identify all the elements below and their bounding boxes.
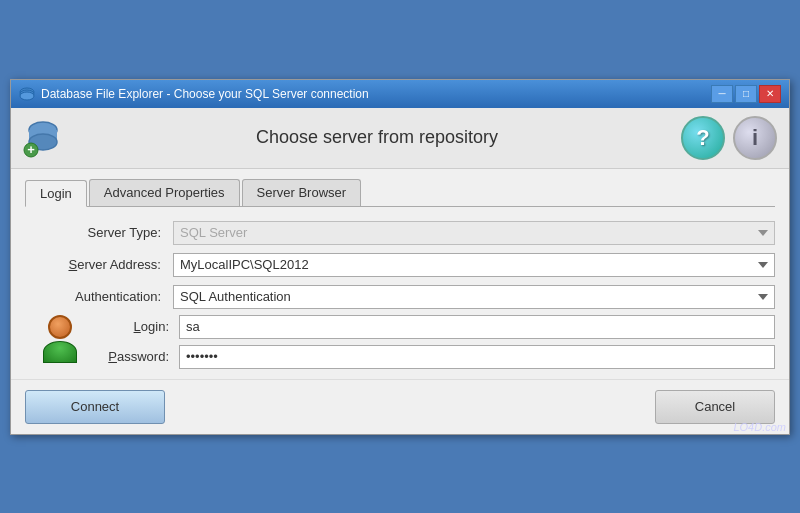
header-left: + Choose server from repository: [23, 118, 681, 158]
header-title: Choose server from repository: [73, 127, 681, 148]
tab-bar: Login Advanced Properties Server Browser: [25, 179, 775, 207]
svg-text:+: +: [27, 142, 35, 157]
title-buttons: ─ □ ✕: [711, 85, 781, 103]
authentication-label: Authentication:: [35, 289, 165, 304]
login-label: Login:: [93, 319, 173, 334]
avatar-body: [43, 341, 77, 363]
avatar-head: [48, 315, 72, 339]
header-buttons: ? i: [681, 116, 777, 160]
tab-server-browser[interactable]: Server Browser: [242, 179, 362, 206]
password-label: Password:: [93, 349, 173, 364]
main-window: Database File Explorer - Choose your SQL…: [10, 79, 790, 435]
server-type-select[interactable]: SQL Server: [173, 221, 775, 245]
header-area: + Choose server from repository ? i: [11, 108, 789, 169]
password-input[interactable]: [179, 345, 775, 369]
tab-login[interactable]: Login: [25, 180, 87, 207]
server-address-select[interactable]: MyLocalIPC\SQL2012: [173, 253, 775, 277]
title-bar-left: Database File Explorer - Choose your SQL…: [19, 86, 369, 102]
connect-button[interactable]: Connect: [25, 390, 165, 424]
info-button[interactable]: i: [733, 116, 777, 160]
cancel-button[interactable]: Cancel: [655, 390, 775, 424]
app-icon: [19, 86, 35, 102]
header-db-icon: +: [23, 118, 63, 158]
minimize-button[interactable]: ─: [711, 85, 733, 103]
maximize-button[interactable]: □: [735, 85, 757, 103]
footer: Connect Cancel: [11, 379, 789, 434]
window-title: Database File Explorer - Choose your SQL…: [41, 87, 369, 101]
svg-point-2: [20, 92, 34, 100]
server-type-label: Server Type:: [35, 225, 165, 240]
title-bar: Database File Explorer - Choose your SQL…: [11, 80, 789, 108]
form-grid: Server Type: SQL Server Server Address: …: [35, 221, 775, 309]
authentication-select[interactable]: SQL Authentication Windows Authenticatio…: [173, 285, 775, 309]
db-icon-svg: +: [23, 118, 63, 158]
close-button[interactable]: ✕: [759, 85, 781, 103]
tab-advanced-properties[interactable]: Advanced Properties: [89, 179, 240, 206]
content-area: Login Advanced Properties Server Browser…: [11, 169, 789, 379]
help-button[interactable]: ?: [681, 116, 725, 160]
watermark: LO4D.com: [733, 421, 786, 433]
server-address-label: Server Address:: [35, 257, 165, 272]
user-avatar: [38, 315, 82, 367]
credentials-row: Login: Password:: [25, 315, 775, 369]
login-input[interactable]: [179, 315, 775, 339]
